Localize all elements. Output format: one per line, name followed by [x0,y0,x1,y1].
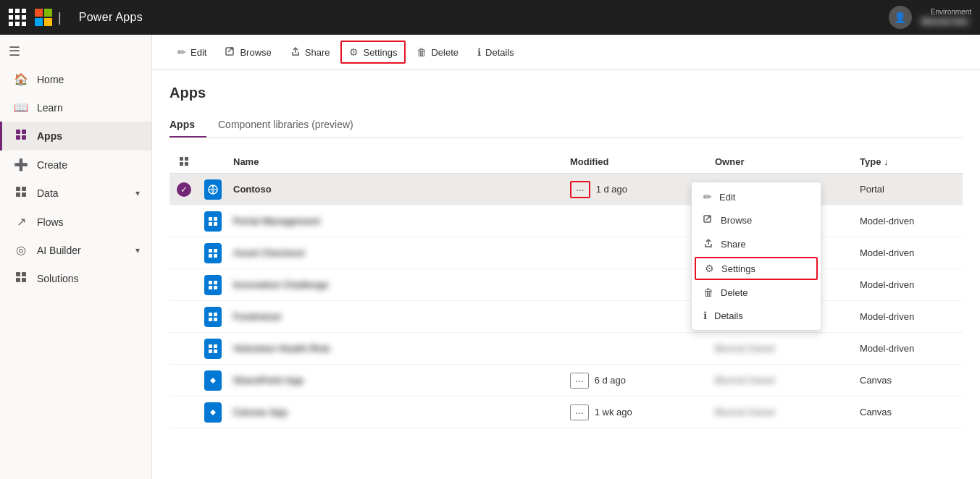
row-checkbox[interactable]: ✓ [169,182,198,197]
sidebar-item-home[interactable]: 🏠 Home [0,65,151,93]
context-menu-item-settings[interactable]: ⚙ Settings [695,257,818,280]
more-options-button[interactable]: ··· [570,181,590,198]
apps-icon [14,129,28,143]
table-row[interactable]: Innovation Challenge Blurred Owner Model… [169,269,963,301]
more-options-button[interactable]: ··· [570,404,589,420]
environment-value: Blurred Info [918,16,971,27]
delete-label: Delete [431,47,458,58]
svg-rect-30 [209,286,212,289]
app-name-cell: Innovation Challenge [227,279,564,290]
flows-icon: ↗ [14,215,28,229]
context-browse-label: Browse [721,215,752,226]
type-cell: Model-driven [854,311,963,322]
modified-cell: ··· 6 d ago [564,373,709,389]
sidebar-item-label: Create [37,159,67,171]
app-icon-col [198,370,227,391]
sidebar-item-create[interactable]: ➕ Create [0,151,151,179]
context-menu-item-details[interactable]: ℹ Details [692,304,821,327]
toolbar: ✏ Edit Browse Share [152,35,980,70]
context-menu-item-share[interactable]: Share [692,232,821,256]
sidebar-item-data[interactable]: Data ▾ [0,179,151,208]
svg-rect-25 [214,249,217,253]
app-icon-col [198,211,227,232]
type-cell: Model-driven [854,343,963,354]
context-menu-item-delete[interactable]: 🗑 Delete [692,281,821,304]
sidebar-item-label: Flows [37,216,64,228]
settings-label: Settings [363,47,397,58]
svg-rect-29 [214,281,217,284]
context-menu-item-edit[interactable]: ✏ Edit [692,185,821,208]
chevron-down-icon: ▾ [135,245,140,255]
context-menu-item-browse[interactable]: Browse [692,208,821,232]
app-name-cell: Contoso [227,184,564,195]
svg-rect-6 [16,192,20,197]
environment-label: Environment [931,8,971,16]
table-row[interactable]: Fundraiser Blurred Owner Model-driven [169,301,963,333]
tabs-bar: Apps Component libraries (preview) [169,113,963,138]
table-row[interactable]: Volunteer Health Risk Blurred Owner Mode… [169,333,963,365]
context-menu: ✏ Edit Browse [691,182,821,331]
details-icon: ℹ [703,310,707,321]
modified-time: 6 d ago [595,375,626,386]
main-content: ✏ Edit Browse Share [152,35,980,479]
account-icon[interactable]: 👤 [889,6,912,29]
share-button[interactable]: Share [282,41,338,64]
svg-rect-24 [209,249,212,253]
model-app-icon [204,243,222,263]
details-button[interactable]: ℹ Details [469,41,522,63]
page-body: Apps Apps Component libraries (preview) [152,70,980,443]
edit-button[interactable]: ✏ Edit [169,41,214,63]
tab-component-libraries[interactable]: Component libraries (preview) [218,113,365,137]
sidebar-item-flows[interactable]: ↗ Flows [0,208,151,236]
more-options-button[interactable]: ··· [570,373,589,389]
portal-app-icon [204,179,222,200]
waffle-menu[interactable] [9,9,26,26]
delete-icon: 🗑 [703,287,713,298]
share-label: Share [305,47,330,58]
sidebar-item-apps[interactable]: Apps [0,122,151,151]
sidebar-item-label: Solutions [37,273,79,284]
settings-icon: ⚙ [705,263,714,274]
header-checkbox-col [169,156,198,167]
table-row[interactable]: SharePoint App ··· 6 d ago Blurred Owner… [169,365,963,397]
tab-apps[interactable]: Apps [169,113,206,137]
owner-cell: Blurred Owner [709,407,854,417]
app-icon-col [198,402,227,423]
canvas-app-icon [204,402,222,423]
model-app-icon [204,307,222,327]
sidebar-item-label: AI Builder [37,245,81,256]
context-share-label: Share [721,239,746,250]
data-icon [14,186,28,200]
header-name: Name [227,156,564,167]
svg-rect-8 [16,272,20,276]
delete-button[interactable]: 🗑 Delete [409,41,466,63]
app-name-cell: SharePoint App [227,375,564,386]
context-settings-label: Settings [721,263,755,274]
browse-button[interactable]: Browse [217,41,279,64]
settings-icon: ⚙ [349,46,359,58]
canvas-app-icon [204,370,222,391]
sidebar-collapse-button[interactable]: ☰ [0,38,151,65]
table-row[interactable]: Portal Management Blurred Owner Model-dr… [169,205,963,237]
table-row[interactable]: Canvas App ··· 1 wk ago Blurred Owner Ca… [169,397,963,428]
microsoft-logo: | [35,9,67,26]
top-nav: | Power Apps 👤 Environment Blurred Info [0,0,980,35]
sidebar-item-learn[interactable]: 📖 Learn [0,93,151,122]
table-row[interactable]: ✓ Contoso ··· 1 d ago [169,174,963,205]
header-owner: Owner [709,156,854,167]
type-cell: Canvas [854,375,963,386]
table-row[interactable]: Asset Checkout Blurred Owner Model-drive… [169,237,963,269]
browse-icon [703,214,713,226]
owner-cell: Blurred Owner [709,343,854,354]
app-icon-col [198,243,227,263]
sidebar-item-solutions[interactable]: Solutions [0,264,151,293]
header-type: Type ↓ [854,156,963,167]
sidebar-item-ai-builder[interactable]: ◎ AI Builder ▾ [0,236,151,264]
svg-rect-34 [209,318,212,321]
svg-rect-38 [209,349,212,353]
svg-rect-22 [209,222,212,226]
svg-rect-31 [214,286,217,289]
app-name: Power Apps [79,11,143,24]
edit-icon: ✏ [177,46,186,58]
settings-button[interactable]: ⚙ Settings [340,41,406,64]
